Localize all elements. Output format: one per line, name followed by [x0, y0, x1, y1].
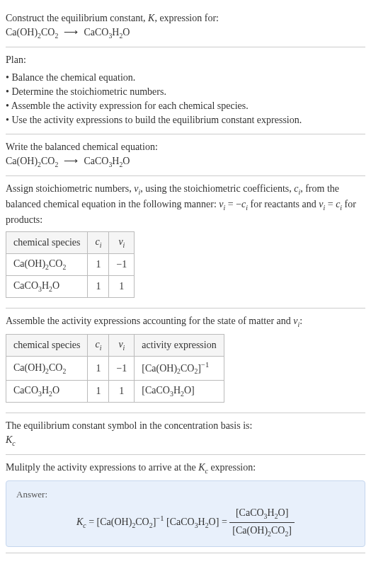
col-species: chemical species	[6, 335, 88, 357]
stoich-text: Assign stoichiometric numbers,	[6, 183, 134, 194]
fraction: [CaCO3H2O] [Ca(OH)2CO2]	[229, 506, 295, 539]
species-cell: Ca(OH)2CO2	[6, 254, 88, 276]
nui-cell: 1	[109, 276, 135, 298]
reaction-arrow: ⟶	[58, 156, 84, 166]
col-ci: ci	[88, 232, 109, 254]
nu-i-symbol: νi	[134, 183, 140, 194]
stoich-text: for reactants and	[248, 199, 319, 209]
reactant-species: Ca(OH)2CO2	[6, 27, 58, 38]
multiply-title: Mulitply the activity expressions to arr…	[6, 461, 365, 476]
nui-cell: −1	[109, 357, 135, 381]
product-species: CaCO3H2O	[84, 27, 130, 38]
equals: =	[222, 517, 229, 527]
species-cell: Ca(OH)2CO2	[6, 357, 88, 381]
plan-item: Assemble the activity expression for eac…	[6, 99, 365, 113]
nu-eq-prod: νi	[319, 199, 325, 209]
plan-item: Use the activity expressions to build th…	[6, 113, 365, 127]
stoich-text: =	[325, 199, 336, 209]
intro-equation: Ca(OH)2CO2⟶CaCO3H2O	[6, 25, 365, 41]
intro-prefix: Construct the equilibrium constant,	[6, 13, 148, 23]
nu-i-symbol: νi	[293, 316, 299, 326]
ci-cell: 1	[88, 254, 109, 276]
nui-cell: 1	[109, 381, 135, 403]
balanced-section: Write the balanced chemical equation: Ca…	[6, 134, 365, 176]
multiply-section: Mulitply the activity expressions to arr…	[6, 455, 365, 553]
term1: [Ca(OH)2CO2]−1	[97, 517, 164, 527]
plan-item: Balance the chemical equation.	[6, 71, 365, 85]
kc-lhs: Kc	[76, 517, 86, 527]
table-row: Ca(OH)2CO2 1 −1	[6, 254, 135, 276]
stoich-text: = −	[225, 199, 241, 209]
plan-item: Determine the stoichiometric numbers.	[6, 85, 365, 99]
activity-title: Assemble the activity expressions accoun…	[6, 314, 365, 330]
answer-box: Answer: Kc = [Ca(OH)2CO2]−1 [CaCO3H2O] =…	[6, 480, 365, 547]
denominator: [Ca(OH)2CO2]	[229, 523, 295, 539]
table-header-row: chemical species ci νi	[6, 232, 135, 254]
col-activity: activity expression	[135, 335, 224, 357]
stoich-intro: Assign stoichiometric numbers, νi, using…	[6, 182, 365, 227]
nui-cell: −1	[109, 254, 135, 276]
ci-cell: 1	[88, 381, 109, 403]
activity-text: Assemble the activity expressions accoun…	[6, 316, 293, 326]
intro-suffix: , expression for:	[154, 13, 219, 23]
ci-cell: 1	[88, 276, 109, 298]
intro-section: Construct the equilibrium constant, K, e…	[6, 6, 365, 47]
plan-section: Plan: Balance the chemical equation. Det…	[6, 47, 365, 134]
c-i-symbol: ci	[336, 199, 342, 209]
activity-cell: [Ca(OH)2CO2]−1	[135, 357, 224, 381]
balanced-equation: Ca(OH)2CO2⟶CaCO3H2O	[6, 154, 365, 170]
c-i-symbol: ci	[241, 199, 248, 209]
nu-eq-react: νi	[219, 199, 225, 209]
term2: [CaCO3H2O]	[166, 517, 219, 527]
col-species: chemical species	[6, 232, 88, 254]
multiply-text: expression:	[208, 462, 256, 473]
stoich-section: Assign stoichiometric numbers, νi, using…	[6, 176, 365, 309]
col-ci: ci	[88, 335, 109, 357]
c-i-symbol: ci	[294, 183, 300, 194]
plan-list: Balance the chemical equation. Determine…	[6, 71, 365, 128]
stoich-table: chemical species ci νi Ca(OH)2CO2 1 −1 C…	[6, 231, 135, 298]
kc-equation: Kc = [Ca(OH)2CO2]−1 [CaCO3H2O] = [CaCO3H…	[16, 506, 355, 539]
numerator: [CaCO3H2O]	[229, 506, 295, 523]
activity-cell: [CaCO3H2O]	[135, 381, 224, 403]
kc-section: The equilibrium constant symbol in the c…	[6, 413, 365, 455]
activity-text: :	[299, 316, 302, 326]
kc-symbol-inline: Kc	[198, 462, 208, 473]
equals: =	[89, 517, 96, 527]
kc-symbol: Kc	[6, 433, 365, 449]
reactant-species: Ca(OH)2CO2	[6, 156, 58, 166]
col-nui: νi	[109, 335, 135, 357]
reaction-arrow: ⟶	[58, 27, 84, 38]
col-nui: νi	[109, 232, 135, 254]
ci-cell: 1	[88, 357, 109, 381]
kc-title: The equilibrium constant symbol in the c…	[6, 419, 365, 433]
balanced-title: Write the balanced chemical equation:	[6, 140, 365, 154]
plan-title: Plan:	[6, 53, 365, 67]
k-symbol: K	[148, 13, 154, 23]
species-cell: CaCO3H2O	[6, 276, 88, 298]
table-row: Ca(OH)2CO2 1 −1 [Ca(OH)2CO2]−1	[6, 357, 224, 381]
multiply-text: Mulitply the activity expressions to arr…	[6, 462, 198, 473]
answer-label: Answer:	[16, 488, 355, 502]
stoich-text: , using the stoichiometric coefficients,	[140, 183, 294, 194]
species-cell: CaCO3H2O	[6, 381, 88, 403]
table-row: CaCO3H2O 1 1 [CaCO3H2O]	[6, 381, 224, 403]
table-header-row: chemical species ci νi activity expressi…	[6, 335, 224, 357]
activity-table: chemical species ci νi activity expressi…	[6, 334, 224, 403]
table-row: CaCO3H2O 1 1	[6, 276, 135, 298]
activity-section: Assemble the activity expressions accoun…	[6, 309, 365, 413]
product-species: CaCO3H2O	[84, 156, 130, 166]
intro-text: Construct the equilibrium constant, K, e…	[6, 11, 365, 25]
